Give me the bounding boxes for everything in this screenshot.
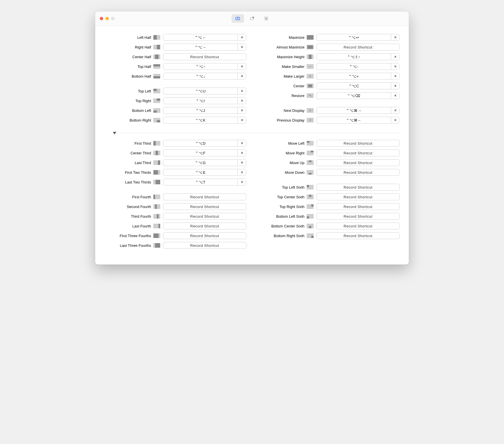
shortcut-label: Move Down bbox=[258, 170, 307, 175]
shortcut-field[interactable]: ⌃⌥U✕ bbox=[163, 88, 246, 94]
shortcut-field[interactable]: ⌃⌥⌘→✕ bbox=[316, 107, 400, 114]
shortcut-label: First Two Thirds bbox=[104, 170, 153, 175]
clear-shortcut-button[interactable]: ✕ bbox=[237, 73, 246, 79]
record-shortcut-button[interactable]: Record Shortcut bbox=[316, 140, 400, 147]
shortcut-field[interactable]: ⌃⌥⌘←✕ bbox=[316, 117, 400, 124]
layout-thumb-f3 bbox=[153, 214, 160, 219]
clear-shortcut-button[interactable]: ✕ bbox=[237, 179, 246, 185]
shortcut-field[interactable]: ⌃⌥↑✕ bbox=[163, 63, 246, 70]
record-shortcut-label: Record Shortcut bbox=[163, 54, 246, 60]
shortcut-field[interactable]: ⌃⌥=✕ bbox=[316, 73, 400, 80]
shortcut-field[interactable]: ⌃⌥K✕ bbox=[163, 117, 246, 124]
record-shortcut-button[interactable]: Record Shortcut bbox=[163, 193, 246, 200]
shortcut-label: Left Half bbox=[104, 35, 153, 40]
layout-thumb-tr bbox=[153, 98, 160, 103]
shortcut-field[interactable]: ⌃⌥→✕ bbox=[163, 44, 246, 51]
clear-shortcut-button[interactable]: ✕ bbox=[391, 73, 399, 79]
shortcut-field[interactable]: ⌃⌥C✕ bbox=[316, 82, 400, 89]
clear-shortcut-button[interactable]: ✕ bbox=[237, 34, 246, 41]
shortcut-field[interactable]: ⌃⌥↩✕ bbox=[316, 34, 400, 41]
record-shortcut-label: Record Shortcut bbox=[317, 44, 399, 50]
tab-shortcuts[interactable]: ⌘ bbox=[231, 14, 244, 23]
shortcut-label: Move Left bbox=[258, 141, 307, 146]
record-shortcut-button[interactable]: Record Shortcut bbox=[316, 232, 400, 239]
record-shortcut-button[interactable]: Record Shortcut bbox=[163, 232, 246, 239]
tab-snap-areas[interactable] bbox=[246, 14, 258, 23]
record-shortcut-button[interactable]: Record Shortcut bbox=[163, 223, 246, 229]
shortcut-field[interactable]: ⌃⌥D✕ bbox=[163, 140, 246, 147]
shortcut-label: Bottom Left bbox=[104, 108, 153, 113]
record-shortcut-button[interactable]: Record Shortcut bbox=[316, 44, 400, 51]
layout-thumb-t3 bbox=[153, 160, 160, 165]
shortcut-row-center-half: Center HalfRecord Shortcut bbox=[104, 52, 246, 62]
shortcut-row-third-fourth: Third FourthRecord Shortcut bbox=[104, 211, 246, 221]
record-shortcut-button[interactable]: Record Shortcut bbox=[163, 213, 246, 220]
clear-shortcut-button[interactable]: ✕ bbox=[391, 63, 399, 70]
shortcut-label: Bottom Left Sixth bbox=[258, 214, 307, 219]
record-shortcut-button[interactable]: Record Shortcut bbox=[316, 169, 400, 176]
shortcut-row-maximize: Maximize⌃⌥↩✕ bbox=[258, 33, 400, 42]
clear-shortcut-button[interactable]: ✕ bbox=[237, 117, 246, 123]
toolbar: ⌘ bbox=[231, 14, 273, 23]
clear-shortcut-button[interactable]: ✕ bbox=[391, 54, 399, 60]
record-shortcut-button[interactable]: Record Shortcut bbox=[316, 159, 400, 166]
clear-shortcut-button[interactable]: ✕ bbox=[237, 107, 246, 114]
shortcut-keys: ⌃⌥→ bbox=[163, 44, 237, 50]
record-shortcut-button[interactable]: Record Shortcut bbox=[316, 203, 400, 210]
layout-thumb-ctr bbox=[307, 84, 314, 88]
clear-shortcut-button[interactable]: ✕ bbox=[237, 98, 246, 104]
layout-thumb-s-tr bbox=[307, 204, 314, 209]
preferences-window: ⌘ Left Half⌃⌥←✕Right Half⌃⌥→✕Center Half… bbox=[95, 11, 409, 265]
shortcut-keys: ⌃⌥⇧↑ bbox=[317, 54, 391, 60]
shortcut-field[interactable]: ⌃⌥↓✕ bbox=[163, 73, 246, 80]
clear-shortcut-button[interactable]: ✕ bbox=[237, 140, 246, 146]
shortcut-field[interactable]: ⌃⌥E✕ bbox=[163, 169, 246, 176]
shortcut-field[interactable]: ⌃⌥⌫✕ bbox=[316, 92, 400, 99]
tab-settings[interactable] bbox=[260, 14, 273, 23]
record-shortcut-button[interactable]: Record Shortcut bbox=[316, 184, 400, 191]
shortcut-row-bottom-right-sixth: Bottom Right SixthRecord Shortcut bbox=[258, 231, 400, 241]
clear-shortcut-button[interactable]: ✕ bbox=[237, 150, 246, 156]
shortcut-field[interactable]: ⌃⌥F✕ bbox=[163, 150, 246, 156]
clear-shortcut-button[interactable]: ✕ bbox=[391, 34, 399, 41]
shortcut-row-top-center-sixth: Top Center SixthRecord Shortcut bbox=[258, 192, 400, 202]
shortcut-field[interactable]: ⌃⌥G✕ bbox=[163, 159, 246, 166]
section-divider[interactable] bbox=[104, 132, 400, 134]
layout-thumb-plus: + bbox=[307, 74, 314, 78]
shortcut-field[interactable]: ⌃⌥I✕ bbox=[163, 97, 246, 104]
record-shortcut-button[interactable]: Record Shortcut bbox=[163, 203, 246, 210]
clear-shortcut-button[interactable]: ✕ bbox=[391, 83, 399, 89]
shortcut-field[interactable]: ⌃⌥⇧↑✕ bbox=[316, 53, 400, 60]
record-shortcut-button[interactable]: Record Shortcut bbox=[316, 223, 400, 229]
clear-shortcut-button[interactable]: ✕ bbox=[391, 107, 399, 114]
layout-thumb-th bbox=[153, 64, 160, 69]
clear-shortcut-button[interactable]: ✕ bbox=[237, 88, 246, 94]
shortcut-label: Bottom Center Sixth bbox=[258, 224, 307, 228]
clear-shortcut-button[interactable]: ✕ bbox=[237, 160, 246, 166]
shortcut-label: Last Three Fourths bbox=[104, 243, 153, 248]
layout-thumb-f1 bbox=[153, 195, 160, 199]
zoom-window-button[interactable] bbox=[111, 17, 115, 20]
shortcut-row-right-half: Right Half⌃⌥→✕ bbox=[104, 42, 246, 52]
record-shortcut-label: Record Shortcut bbox=[163, 233, 246, 239]
minimize-window-button[interactable] bbox=[105, 17, 109, 20]
record-shortcut-button[interactable]: Record Shortcut bbox=[316, 213, 400, 220]
record-shortcut-label: Record Shortcut bbox=[163, 194, 246, 200]
shortcut-field[interactable]: ⌃⌥J✕ bbox=[163, 107, 246, 114]
record-shortcut-label: Record Shortcut bbox=[317, 194, 399, 200]
record-shortcut-button[interactable]: Record Shortcut bbox=[163, 53, 246, 60]
shortcut-label: Top Left Sixth bbox=[258, 185, 307, 189]
close-window-button[interactable] bbox=[100, 17, 103, 20]
record-shortcut-button[interactable]: Record Shortcut bbox=[316, 193, 400, 200]
clear-shortcut-button[interactable]: ✕ bbox=[391, 117, 399, 123]
shortcut-field[interactable]: ⌃⌥-✕ bbox=[316, 63, 400, 70]
clear-shortcut-button[interactable]: ✕ bbox=[237, 63, 246, 70]
clear-shortcut-button[interactable]: ✕ bbox=[391, 92, 399, 99]
shortcut-field[interactable]: ⌃⌥T✕ bbox=[163, 179, 246, 185]
clear-shortcut-button[interactable]: ✕ bbox=[237, 169, 246, 175]
record-shortcut-button[interactable]: Record Shortcut bbox=[316, 150, 400, 156]
clear-shortcut-button[interactable]: ✕ bbox=[237, 44, 246, 50]
shortcut-field[interactable]: ⌃⌥←✕ bbox=[163, 34, 246, 41]
record-shortcut-button[interactable]: Record Shortcut bbox=[163, 242, 246, 249]
record-shortcut-label: Record Shortcut bbox=[317, 203, 399, 210]
